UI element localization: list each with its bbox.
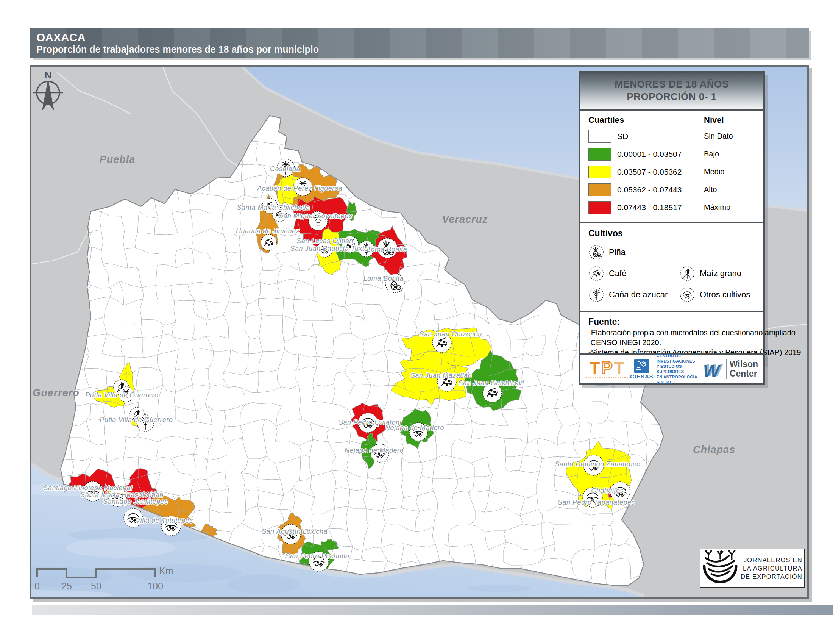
svg-text:N: N: [45, 69, 52, 80]
legend-color-swatch: [589, 184, 611, 196]
ciesas-logo: CIESAS CENTRO DE INVESTIGACIONESY ESTUDI…: [630, 353, 703, 385]
jornaleros-field-icon: [702, 550, 738, 586]
legend-color-swatch: [589, 166, 611, 179]
legend-level-label: Alto: [704, 185, 756, 194]
svg-text:Km: Km: [159, 565, 174, 576]
fuente-line: -Elaboración propia con microdatos del c…: [589, 328, 756, 338]
state-label: Chiapas: [693, 444, 735, 456]
legend-level-label: Sin Dato: [704, 132, 756, 140]
municipality-label: Santo Domingo Zanatepec: [555, 460, 640, 468]
otros-crop-icon: [679, 287, 695, 303]
cultivo-label: Otros cultivos: [700, 290, 750, 299]
legend-range-value: 0.07443 - 0.18517: [617, 203, 704, 212]
tpt-caption-line: [585, 377, 630, 378]
municipality-label: San Agustín Loxicha: [262, 528, 328, 535]
municipality-label: Acatlán de Pérez Figueroa: [257, 185, 343, 192]
municipality-label: Chahuites: [591, 487, 624, 494]
maiz-crop-icon: [679, 266, 695, 282]
page: { "header": { "title": "OAXACA", "subtit…: [0, 0, 833, 644]
wilson-w-icon: WW: [703, 360, 723, 378]
municipality-label: San Miguel Soyaltepec: [279, 212, 352, 220]
legend-quartiles-section: Cuartiles Nivel SDSin Dato0.00001 - 0.03…: [580, 111, 763, 222]
municipality-label: Santiago Jamiltepec: [103, 498, 168, 506]
cultivo-label: Caña de azucar: [609, 290, 667, 299]
municipality-label: Santiago Pinotepa Nacional: [43, 484, 132, 492]
legend-class-row: 0.00001 - 0.03507Bajo: [589, 145, 756, 163]
quartiles-header: Cuartiles: [589, 115, 704, 125]
cultivo-label: Maíz grano: [700, 269, 741, 279]
legend-color-swatch: [589, 130, 611, 143]
cultivo-item: Piña: [589, 242, 679, 263]
map-title-bar: OAXACA Proporción de trabajadores menore…: [30, 28, 809, 58]
legend-range-value: 0.00001 - 0.03507: [617, 150, 704, 159]
cultivo-item: Caña de azucar: [589, 284, 679, 305]
tpt-letters: TPT: [590, 360, 626, 376]
credit-text-line: LA AGRICULTURA: [741, 564, 802, 572]
municipality-label: Nejapa de Madero: [385, 424, 444, 431]
page-title: OAXACA: [36, 31, 809, 43]
legend-title-line2: PROPORCIÓN 0- 1: [582, 90, 761, 103]
legend-range-value: 0.05362 - 0.07443: [617, 185, 704, 194]
cultivos-title: Cultivos: [589, 229, 756, 239]
ciesas-text-line: Y ESTUDIOS SUPERIORES: [656, 364, 703, 374]
svg-text:0: 0: [34, 581, 40, 591]
ciesas-name: CIESAS: [630, 373, 653, 380]
cana-crop-icon: [589, 287, 604, 303]
jornaleros-credit-box: JORNALEROS ENLA AGRICULTURADE EXPORTACIÓ…: [700, 549, 805, 588]
ciesas-text-line: CENTRO DE INVESTIGACIONES: [656, 353, 703, 364]
municipality-label: Loma Bonita: [367, 245, 407, 253]
municipality-label: Putla Villa de Guerrero: [100, 416, 173, 423]
legend-color-swatch: [589, 148, 611, 161]
jornaleros-credit-text: JORNALEROS ENLA AGRICULTURADE EXPORTACIÓ…: [741, 556, 802, 581]
legend-range-value: SD: [617, 132, 704, 141]
state-label: Puebla: [100, 154, 135, 165]
legend-classes: SDSin Dato0.00001 - 0.03507Bajo0.03507 -…: [589, 127, 756, 216]
municipality-label: San Juan Cotzocón: [419, 330, 482, 338]
legend-color-swatch: [589, 201, 611, 214]
cultivo-label: Piña: [609, 247, 626, 257]
legend-panel: MENORES DE 18 AÑOS PROPORCIÓN 0- 1 Cuart…: [579, 71, 765, 364]
fuente-line: CENSO INEGI 2020.: [589, 338, 756, 348]
municipality-label: Villa de Tututepec: [135, 517, 193, 524]
cafe-crop-icon: [589, 266, 604, 282]
svg-text:50: 50: [91, 581, 101, 591]
legend-class-row: SDSin Dato: [589, 127, 756, 145]
legend-level-label: Medio: [704, 167, 756, 176]
municipality-label: San Pedro Tapanatepec: [558, 499, 635, 506]
legend-class-row: 0.03507 - 0.05362Medio: [589, 163, 756, 181]
credit-text-line: JORNALEROS EN: [741, 556, 802, 564]
wilson-line2: Center: [730, 369, 758, 378]
ciesas-text: CENTRO DE INVESTIGACIONESY ESTUDIOS SUPE…: [656, 353, 703, 385]
municipality-label: Loma Bonita: [363, 275, 404, 282]
cultivos-list: PiñaCaféCaña de azucarMaíz granoOtros cu…: [589, 242, 756, 305]
cultivo-item: Café: [589, 263, 679, 284]
legend-class-row: 0.07443 - 0.18517Máximo: [589, 198, 756, 216]
cultivo-item: Otros cultivos: [679, 284, 756, 305]
page-subtitle: Proporción de trabajadores menores de 18…: [36, 43, 809, 55]
logos-panel: TPT CIESAS CENTRO DE INVESTIGACIONESY ES…: [579, 353, 765, 385]
wilson-divider: [726, 359, 727, 379]
credit-text-line: DE EXPORTACIÓN: [741, 572, 802, 581]
municipality-label: San Juan Mazatlán: [410, 372, 472, 379]
state-label: Veracruz: [442, 214, 488, 225]
municipality-label: Cosolapa: [270, 165, 300, 173]
ciesas-text-line: EN ANTROPOLOGÍA SOCIAL: [656, 374, 703, 385]
cultivo-item: Maíz grano: [679, 263, 756, 284]
tpt-logo: TPT: [585, 360, 630, 378]
legend-class-row: 0.05362 - 0.07443Alto: [589, 181, 756, 198]
municipality-label: Santa María Chilchotla: [236, 204, 310, 211]
municipality-label: San Pedro Pochutla: [285, 552, 349, 560]
level-header: Nivel: [704, 115, 756, 125]
wilson-center-logo: WW Wilson Center: [703, 359, 758, 379]
footer-gradient-bar: [32, 605, 833, 615]
cultivo-label: Café: [609, 269, 626, 279]
legend-cultivos-section: Cultivos PiñaCaféCaña de azucarMaíz gran…: [580, 223, 763, 311]
municipality-label: San Lucas Ojitlán: [296, 237, 353, 245]
state-label: Guerrero: [32, 387, 79, 399]
municipality-label: Putla Villa de Guerrero: [85, 391, 158, 399]
crop-icon-cafe: [261, 235, 277, 250]
fuente-title: Fuente:: [589, 317, 756, 327]
legend-title-line1: MENORES DE 18 AÑOS: [582, 78, 761, 90]
municipality-label: Nejapa de Madero: [344, 447, 404, 454]
svg-text:25: 25: [61, 581, 72, 591]
